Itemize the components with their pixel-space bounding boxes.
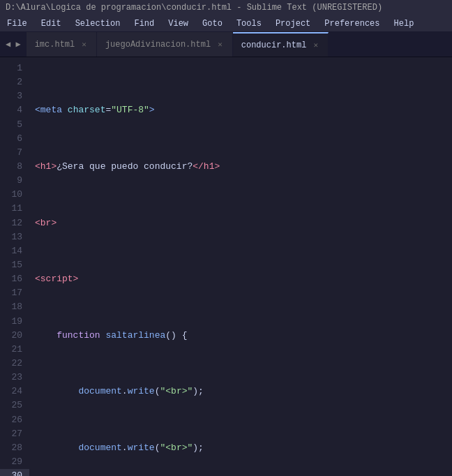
ln-7: 7 [0,146,29,160]
menu-preferences[interactable]: Preferences [317,15,386,31]
ln-18: 18 [0,300,29,314]
code-line-4: <script> [32,272,452,286]
tab-juego-close[interactable]: ✕ [216,39,224,50]
tab-imc-close[interactable]: ✕ [80,39,88,50]
code-line-7: document.write("<br>"); [32,441,452,455]
tab-imc-label: imc.html [35,40,75,50]
ln-22: 22 [0,357,29,371]
menu-view[interactable]: View [161,15,195,31]
tab-juego-label: juegoAdivinacion.html [105,40,211,50]
code-line-3: <br> [32,216,452,230]
ln-2: 2 [0,75,29,89]
menu-find[interactable]: Find [127,15,161,31]
nav-prev[interactable]: ◀ ▶ [0,32,27,57]
ln-4: 4 [0,103,29,117]
tab-imc[interactable]: imc.html ✕ [27,32,97,57]
ln-1: 1 [0,61,29,75]
tab-conducir-label: conducir.html [241,40,307,50]
tab-conducir[interactable]: conducir.html ✕ [233,32,329,57]
ln-28: 28 [0,441,29,455]
ln-6: 6 [0,132,29,146]
ln-25: 25 [0,399,29,412]
menu-goto[interactable]: Goto [195,15,229,31]
menu-bar: File Edit Selection Find View Goto Tools… [0,15,452,32]
menu-project[interactable]: Project [269,15,317,31]
ln-19: 19 [0,315,29,329]
code-line-6: document.write("<br>"); [32,385,452,399]
code-line-2: <h1>¿Sera que puedo conducir?</h1> [32,160,452,174]
ln-5: 5 [0,118,29,132]
ln-30: 30 [0,469,29,476]
code-line-5: function saltarlinea() { [32,329,452,343]
ln-9: 9 [0,174,29,188]
code-line-1: <meta charset="UTF-8"> [32,103,452,117]
ln-12: 12 [0,216,29,230]
ln-3: 3 [0,89,29,103]
menu-edit[interactable]: Edit [34,15,68,31]
ln-14: 14 [0,244,29,258]
menu-help[interactable]: Help [387,15,421,31]
menu-file[interactable]: File [0,15,34,31]
ln-23: 23 [0,371,29,385]
ln-16: 16 [0,272,29,286]
menu-tools[interactable]: Tools [229,15,269,31]
ln-13: 13 [0,230,29,244]
tab-bar: ◀ ▶ imc.html ✕ juegoAdivinacion.html ✕ c… [0,32,452,57]
ln-11: 11 [0,202,29,216]
ln-15: 15 [0,258,29,272]
ln-24: 24 [0,385,29,399]
menu-selection[interactable]: Selection [68,15,128,31]
ln-29: 29 [0,455,29,469]
code-content[interactable]: <meta charset="UTF-8"> <h1>¿Sera que pue… [29,57,452,476]
line-numbers: 1 2 3 4 5 6 7 8 9 10 11 12 13 14 15 16 1… [0,57,29,476]
tab-juego[interactable]: juegoAdivinacion.html ✕ [97,32,233,57]
ln-17: 17 [0,286,29,300]
ln-8: 8 [0,160,29,174]
ln-20: 20 [0,329,29,343]
editor: 1 2 3 4 5 6 7 8 9 10 11 12 13 14 15 16 1… [0,57,452,476]
ln-26: 26 [0,413,29,427]
title-bar: D:\Alura\Logica de programacion\conducir… [0,0,452,15]
title-text: D:\Alura\Logica de programacion\conducir… [6,3,382,13]
ln-10: 10 [0,188,29,202]
ln-27: 27 [0,427,29,441]
tab-conducir-close[interactable]: ✕ [312,40,319,50]
ln-21: 21 [0,343,29,357]
